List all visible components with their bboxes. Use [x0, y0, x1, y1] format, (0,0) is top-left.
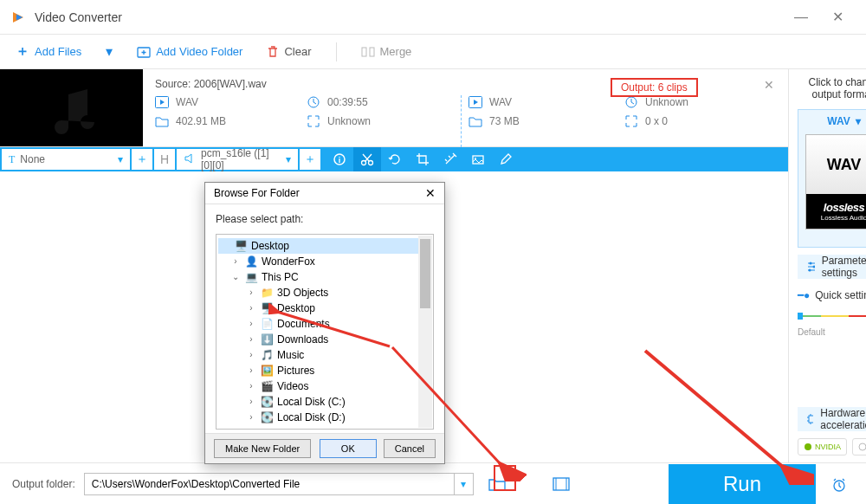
dialog-cancel-button[interactable]: Cancel	[384, 439, 436, 458]
dialog-close-button[interactable]: ✕	[425, 186, 436, 200]
merge-label: Merge	[380, 45, 412, 58]
remove-file-button[interactable]: ✕	[764, 78, 774, 92]
add-files-button[interactable]: ＋ Add Files	[16, 42, 81, 61]
chevron-down-icon: ▾	[118, 153, 123, 165]
out-size: 73 MB	[489, 115, 520, 127]
audio-track-select[interactable]: pcm_s16le ([1][0][0] ▾	[177, 149, 298, 170]
quality-slider[interactable]	[798, 313, 866, 319]
clear-button[interactable]: Clear	[267, 45, 311, 59]
tree-label: WonderFox	[262, 255, 315, 268]
minimize-button[interactable]: —	[783, 5, 819, 29]
close-window-button[interactable]: ✕	[819, 5, 856, 29]
user-icon: 👤	[244, 255, 258, 268]
tree-item-3d-objects[interactable]: ›📁3D Objects	[218, 285, 431, 300]
output-folder-field[interactable]: C:\Users\WonderFox\Desktop\Converted Fil…	[84, 473, 474, 495]
folder-icon	[155, 114, 169, 128]
tree-item-local-disk-d[interactable]: ›💽Local Disk (D:)	[218, 410, 431, 425]
hardware-accel-button[interactable]: Hardware acceleration	[798, 407, 866, 431]
hardsubtitle-button[interactable]: H	[154, 149, 175, 170]
folder-tree[interactable]: 🖥️Desktop ›👤WonderFox ⌄💻This PC ›📁3D Obj…	[216, 234, 434, 430]
dialog-title: Browse For Folder	[214, 187, 300, 199]
browse-folder-dialog: Browse For Folder ✕ Please select path: …	[204, 182, 445, 464]
svg-point-14	[813, 266, 815, 268]
tree-item-pictures[interactable]: ›🖼️Pictures	[218, 363, 431, 378]
svg-point-18	[859, 443, 866, 450]
chip-icon	[806, 413, 813, 425]
schedule-button[interactable]	[824, 472, 854, 496]
clock-icon	[624, 95, 638, 109]
subtitle-select[interactable]: T None ▾	[2, 149, 130, 170]
src-duration: 00:39:55	[327, 96, 368, 108]
svg-point-13	[810, 262, 812, 265]
tree-item-documents[interactable]: ›📄Documents	[218, 316, 431, 332]
tree-item-desktop-root[interactable]: 🖥️Desktop	[218, 238, 431, 254]
nvidia-badge: NVIDIA	[798, 438, 847, 456]
format-brand: lossless	[824, 201, 864, 214]
subtitle-value: None	[20, 153, 45, 165]
tree-item-local-disk-c[interactable]: ›💽Local Disk (C:)	[218, 394, 431, 410]
tree-item-wonderfox[interactable]: ›👤WonderFox	[218, 254, 431, 269]
parameter-settings-button[interactable]: Parameter settings	[798, 255, 866, 279]
format-card-big: WAV	[806, 135, 866, 194]
svg-point-17	[805, 443, 811, 450]
tree-label: Local Disk (D:)	[277, 411, 346, 423]
videos-icon: 🎬	[260, 380, 274, 392]
add-audio-button[interactable]: ＋	[300, 149, 320, 170]
tree-item-music[interactable]: ›🎵Music	[218, 347, 431, 363]
output-format-button[interactable]: WAV ▾ WAV lossless Lossless Audio	[798, 109, 866, 248]
hw-label: Hardware acceleration	[820, 407, 866, 431]
tree-label: Videos	[277, 380, 308, 392]
tree-label: Pictures	[277, 365, 314, 377]
folder-add-icon	[137, 45, 151, 59]
clear-label: Clear	[284, 45, 311, 58]
effects-tool-icon[interactable]	[436, 147, 464, 171]
svg-point-10	[369, 161, 373, 165]
crop-tool-icon[interactable]	[409, 147, 436, 171]
intel-badge: Intel	[852, 438, 866, 456]
divider	[461, 95, 462, 147]
output-folder-label: Output folder:	[12, 478, 75, 490]
resolution-icon	[307, 114, 320, 128]
add-files-dropdown-icon[interactable]: ▾	[106, 43, 113, 60]
rotate-tool-icon[interactable]	[381, 147, 409, 171]
tree-item-downloads[interactable]: ›⬇️Downloads	[218, 332, 431, 347]
tree-item-desktop[interactable]: ›🖥️Desktop	[218, 300, 431, 316]
out-format: WAV	[489, 96, 512, 108]
add-folder-label: Add Video Folder	[156, 45, 242, 58]
documents-icon: 📄	[260, 318, 274, 330]
edit-tool-icon[interactable]	[492, 147, 520, 171]
watermark-tool-icon[interactable]	[464, 147, 492, 171]
cut-tool-icon[interactable]	[353, 147, 381, 171]
add-video-folder-button[interactable]: Add Video Folder	[137, 45, 242, 59]
folder-icon: 📁	[260, 287, 274, 299]
tree-label: Desktop	[251, 240, 289, 252]
src-resolution: Unknown	[327, 115, 371, 127]
quick-setting-toggle[interactable]: ━● Quick setting	[798, 286, 866, 305]
add-subtitle-button[interactable]: ＋	[132, 149, 152, 170]
param-label: Parameter settings	[822, 255, 866, 279]
downloads-icon: ⬇️	[260, 333, 274, 346]
chevron-down-icon: ▾	[286, 153, 291, 165]
plus-icon: ＋	[16, 42, 29, 61]
trash-icon	[267, 45, 279, 59]
run-label: Run	[723, 472, 761, 496]
output-folder-dropdown-icon[interactable]: ▾	[454, 474, 473, 494]
run-button[interactable]: Run	[669, 464, 816, 504]
speaker-icon	[184, 152, 196, 167]
tree-label: Music	[277, 349, 304, 361]
dialog-ok-button[interactable]: OK	[320, 439, 377, 458]
music-note-icon	[46, 82, 98, 134]
audio-value: pcm_s16le ([1][0][0]	[201, 147, 281, 171]
tree-scrollbar[interactable]	[418, 236, 432, 428]
quality-default-label: Default	[798, 327, 866, 337]
toggle-dot-icon: ━●	[798, 289, 810, 301]
info-tool-icon[interactable]: i	[326, 147, 353, 171]
video-card-icon[interactable]	[546, 472, 576, 496]
merge-icon	[361, 45, 375, 59]
tree-item-videos[interactable]: ›🎬Videos	[218, 378, 431, 394]
merge-button[interactable]: Merge	[361, 45, 412, 59]
make-new-folder-button[interactable]: Make New Folder	[214, 439, 311, 458]
ok-label: OK	[341, 443, 355, 454]
svg-rect-16	[809, 416, 813, 423]
tree-item-this-pc[interactable]: ⌄💻This PC	[218, 269, 431, 285]
